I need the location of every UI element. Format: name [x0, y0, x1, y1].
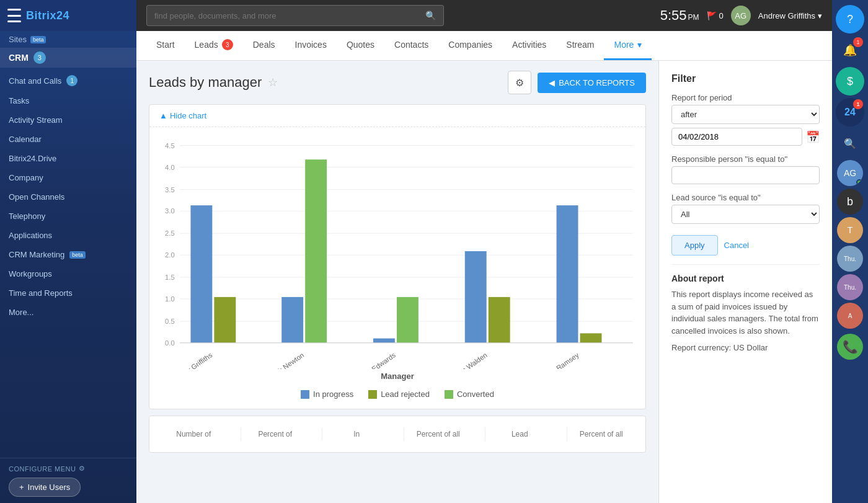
topbar-avatar[interactable]: AG: [731, 6, 751, 25]
page-header: Leads by manager ☆ ⚙ ◀ BACK TO REPORTS: [136, 61, 658, 104]
chart-container: ▲ Hide chart 4.5 4.0 3.5 3.0 2.5 2.0 1.5: [149, 104, 646, 409]
filter-date-input[interactable]: [671, 128, 802, 146]
table-col-percent: Percent of: [241, 427, 310, 441]
svg-rect-24: [373, 339, 395, 343]
sidebar-item-time-reports[interactable]: Time and Reports: [0, 283, 136, 303]
chart-legend: In progress Lead rejected Converted: [149, 383, 645, 409]
star-icon[interactable]: ☆: [268, 76, 278, 89]
svg-text:3.0: 3.0: [165, 207, 175, 215]
page-title-row: Leads by manager ☆: [149, 74, 278, 91]
leads-badge: 3: [222, 39, 233, 50]
nav-leads[interactable]: Leads 3: [185, 30, 243, 61]
sidebar-item-crm-marketing[interactable]: CRM Marketing beta: [0, 245, 136, 264]
nav-activities[interactable]: Activities: [502, 31, 556, 60]
sidebar-item-drive[interactable]: Bitrix24.Drive: [0, 149, 136, 168]
filter-period-select[interactable]: after before between all time: [671, 105, 820, 124]
sidebar-item-telephony[interactable]: Telephony: [0, 207, 136, 226]
configure-menu[interactable]: Configure Menu ⚙: [9, 465, 128, 473]
svg-text:Teresa Ramsey: Teresa Ramsey: [536, 351, 580, 369]
sidebar-item-workgroups[interactable]: Workgroups: [0, 264, 136, 283]
hide-chart-link[interactable]: ▲ Hide chart: [159, 111, 636, 120]
svg-text:1.5: 1.5: [165, 274, 175, 281]
filter-lead-source-section: Lead source "is equal to" All: [671, 193, 820, 224]
nav-invoices[interactable]: Invoices: [285, 31, 337, 60]
svg-rect-25: [397, 297, 418, 343]
avatar-5[interactable]: Thu.: [837, 274, 863, 300]
search-input[interactable]: [154, 11, 425, 20]
filter-responsible-input[interactable]: [671, 166, 820, 184]
filter-lead-source-select[interactable]: All: [671, 205, 820, 224]
sidebar-item-chat-calls[interactable]: Chat and Calls 1: [0, 70, 136, 91]
logo-area[interactable]: Bitrix24: [0, 0, 136, 31]
sidebar-item-open-channels[interactable]: Open Channels: [0, 187, 136, 207]
avatar-2[interactable]: b: [837, 189, 863, 215]
sidebar-item-applications[interactable]: Applications: [0, 226, 136, 245]
avatar-3[interactable]: T: [837, 217, 863, 243]
hamburger-icon[interactable]: [7, 9, 21, 22]
chevron-left-icon: ◀: [549, 78, 555, 87]
about-report-title: About report: [671, 274, 820, 283]
content-main: Leads by manager ☆ ⚙ ◀ BACK TO REPORTS: [136, 61, 658, 503]
table-col-percent-all: Percent of all: [404, 427, 473, 441]
apply-button[interactable]: Apply: [671, 235, 718, 256]
svg-rect-28: [557, 205, 578, 343]
help-button[interactable]: ?: [836, 5, 864, 33]
svg-rect-22: [281, 297, 303, 343]
search-button[interactable]: 🔍: [836, 129, 864, 158]
filter-period-label: Report for period: [671, 93, 820, 102]
nav-start[interactable]: Start: [146, 31, 185, 60]
header-actions: ⚙ ◀ BACK TO REPORTS: [508, 71, 646, 94]
legend-in-progress: In progress: [301, 389, 353, 399]
settings-button[interactable]: ⚙: [508, 71, 531, 94]
nav-stream[interactable]: Stream: [556, 31, 604, 60]
svg-text:Jacob Newton: Jacob Newton: [265, 351, 305, 369]
search-icon: 🔍: [425, 11, 436, 20]
nav-quotes[interactable]: Quotes: [337, 31, 384, 60]
nav-more[interactable]: More ▾: [604, 31, 652, 60]
app-name: Bitrix24: [26, 9, 69, 22]
svg-rect-20: [190, 205, 212, 343]
search-bar[interactable]: 🔍: [146, 5, 444, 26]
filter-responsible-section: Responsible person "is equal to": [671, 154, 820, 184]
right-panel: ? 🔔 1 $ 24 1 🔍 AG b T Thu. Thu. A 📞: [832, 0, 868, 503]
crm-icon-button[interactable]: $: [836, 67, 864, 96]
cancel-button[interactable]: Cancel: [724, 235, 749, 256]
filter-lead-source-label: Lead source "is equal to": [671, 193, 820, 202]
svg-rect-26: [465, 251, 487, 343]
sidebar-item-sites[interactable]: Sites beta: [0, 31, 136, 48]
about-report: About report This report displays income…: [671, 264, 820, 352]
topbar-username[interactable]: Andrew Griffiths ▾: [758, 11, 822, 20]
avatar-6[interactable]: A: [837, 303, 863, 329]
legend-lead-rejected: Lead rejected: [368, 389, 430, 399]
nav-contacts[interactable]: Contacts: [384, 31, 438, 60]
nav-companies[interactable]: Companies: [438, 31, 502, 60]
sidebar: Bitrix24 Sites beta CRM 3 Chat and Calls…: [0, 0, 136, 503]
dollar-icon: $: [847, 75, 853, 88]
topbar-flag[interactable]: 🚩 0: [707, 11, 724, 20]
sidebar-item-activity-stream[interactable]: Activity Stream: [0, 110, 136, 130]
sidebar-item-tasks[interactable]: Tasks: [0, 91, 136, 110]
question-icon: ?: [847, 13, 853, 26]
notifications-button[interactable]: 🔔 1: [836, 36, 864, 65]
sidebar-item-company[interactable]: Company: [0, 168, 136, 187]
avatar-4[interactable]: Thu.: [837, 246, 863, 272]
table-col-in: In: [322, 427, 391, 441]
nav-deals[interactable]: Deals: [243, 31, 285, 60]
legend-color-converted: [445, 390, 453, 399]
bar-chart: 4.5 4.0 3.5 3.0 2.5 2.0 1.5 1.0 0.5 0.0: [156, 133, 639, 369]
legend-converted: Converted: [445, 389, 494, 399]
activity-button[interactable]: 24 1: [836, 98, 864, 127]
sidebar-bottom: Configure Menu ⚙ + Invite Users: [0, 458, 136, 503]
avatar-1[interactable]: AG: [837, 160, 863, 186]
flag-icon: 🚩: [707, 11, 717, 20]
invite-users-button[interactable]: + Invite Users: [9, 478, 81, 497]
phone-button[interactable]: 📞: [837, 334, 863, 360]
calendar-icon[interactable]: 📅: [806, 130, 820, 144]
svg-rect-23: [305, 159, 327, 343]
sidebar-item-calendar[interactable]: Calendar: [0, 130, 136, 149]
svg-text:Peter Edwards: Peter Edwards: [355, 351, 397, 369]
back-to-reports-button[interactable]: ◀ BACK TO REPORTS: [538, 73, 646, 93]
sidebar-item-crm[interactable]: CRM 3: [0, 48, 136, 68]
gear-icon: ⚙: [515, 77, 524, 89]
sidebar-item-more[interactable]: More...: [0, 303, 136, 322]
